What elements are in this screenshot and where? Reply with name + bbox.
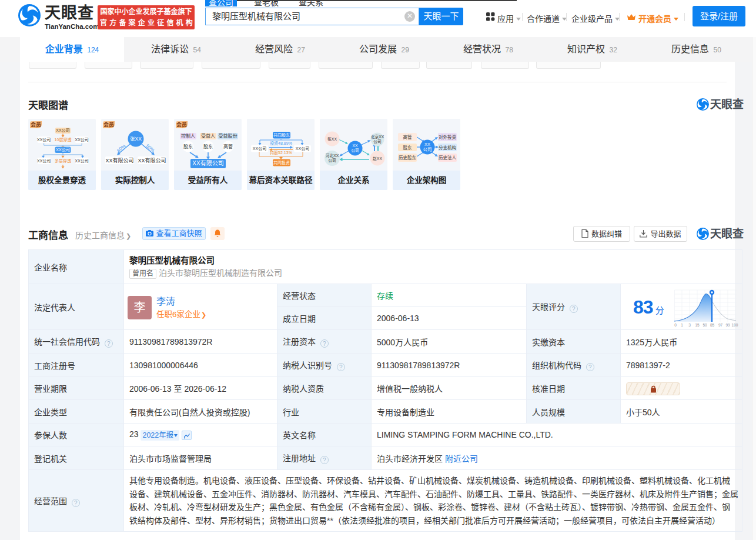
svg-text:张XX: 张XX [130, 136, 142, 142]
svg-text:97: 97 [718, 323, 723, 327]
svg-text:共同投资: 共同投资 [273, 160, 290, 165]
svg-text:XX公司: XX公司 [37, 159, 51, 163]
svg-text:张XX: 张XX [327, 136, 337, 142]
svg-text:100: 100 [732, 323, 738, 327]
svg-text:10层穿透: 10层穿透 [55, 137, 72, 142]
svg-text:历史股东: 历史股东 [399, 155, 416, 161]
svg-text:公司: 公司 [423, 147, 432, 152]
svg-text:99: 99 [725, 323, 730, 327]
svg-text:XX有限公司: XX有限公司 [192, 159, 223, 166]
svg-text:持股52.13%: 持股52.13% [270, 150, 292, 155]
svg-text:XX公司: XX公司 [75, 138, 89, 142]
svg-text:公司: 公司 [373, 139, 382, 144]
svg-text:高管: 高管 [403, 134, 412, 140]
svg-text:1: 1 [681, 323, 683, 327]
svg-text:公司: 公司 [351, 148, 359, 152]
svg-text:XX: XX [352, 144, 358, 148]
svg-text:85: 85 [710, 323, 715, 327]
svg-text:投资48.89%: 投资48.89% [270, 141, 292, 146]
svg-text:XX公司: XX公司 [37, 138, 51, 142]
svg-text:50: 50 [703, 323, 707, 327]
svg-text:对外投资: 对外投资 [439, 134, 456, 140]
svg-text:XX公司: XX公司 [56, 148, 69, 152]
svg-text:XX公司: XX公司 [253, 146, 266, 151]
svg-text:0: 0 [674, 323, 677, 327]
svg-text:多层穿透: 多层穿透 [55, 158, 71, 164]
svg-text:股东: 股东 [203, 144, 213, 149]
svg-text:共同股东: 共同股东 [273, 132, 290, 138]
svg-text:受益人: 受益人 [201, 133, 215, 139]
svg-text:15: 15 [695, 323, 700, 327]
svg-text:控制人: 控制人 [181, 133, 195, 139]
svg-text:河北XX: 河北XX [326, 154, 339, 158]
svg-text:XX公司: XX公司 [75, 159, 89, 163]
svg-text:高管: 高管 [223, 144, 233, 149]
svg-text:XX有限公司: XX有限公司 [105, 157, 133, 164]
svg-text:股东: 股东 [183, 144, 193, 149]
svg-text:3: 3 [688, 323, 691, 327]
svg-text:公司: 公司 [328, 158, 336, 162]
svg-text:XX公司: XX公司 [296, 146, 309, 151]
svg-text:XX: XX [424, 142, 430, 147]
svg-text:分支机构: 分支机构 [439, 145, 456, 151]
svg-text:XX有限公司: XX有限公司 [138, 157, 166, 164]
svg-text:受益股份: 受益股份 [219, 133, 237, 139]
svg-text:赵XX: 赵XX [373, 156, 382, 161]
svg-text:XX公司: XX公司 [56, 128, 69, 132]
svg-text:历史法人: 历史法人 [439, 155, 456, 161]
svg-text:股东: 股东 [403, 145, 412, 151]
svg-text:北京XX: 北京XX [371, 134, 384, 139]
